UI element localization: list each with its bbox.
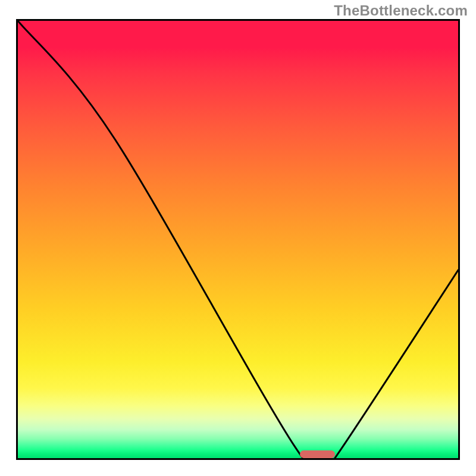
chart-container: TheBottleneck.com <box>0 0 476 476</box>
watermark-text: TheBottleneck.com <box>334 2 468 19</box>
selected-range-marker <box>300 450 335 458</box>
plot-area <box>16 19 460 460</box>
bottleneck-curve <box>18 21 458 458</box>
